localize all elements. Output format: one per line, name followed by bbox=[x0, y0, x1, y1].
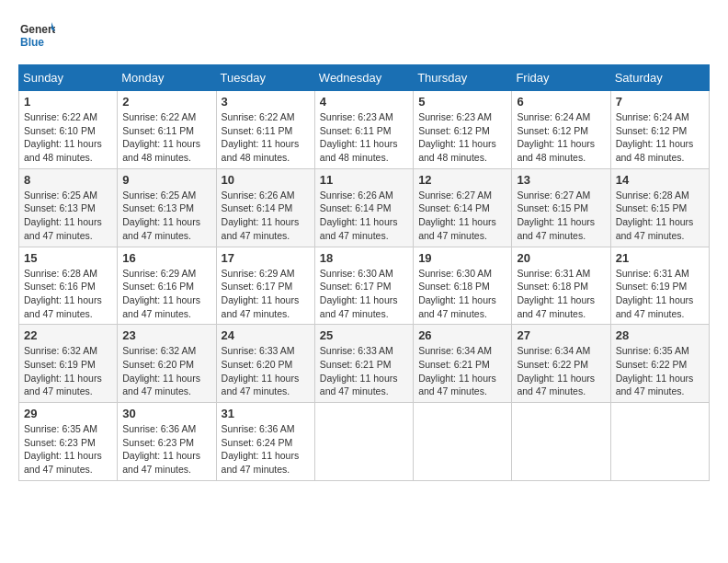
day-info: Sunrise: 6:29 AMSunset: 6:16 PMDaylight:… bbox=[122, 267, 210, 321]
calendar-cell: 25Sunrise: 6:33 AMSunset: 6:21 PMDayligh… bbox=[314, 325, 413, 403]
day-number: 7 bbox=[616, 95, 704, 109]
day-number: 18 bbox=[320, 251, 408, 265]
day-info: Sunrise: 6:28 AMSunset: 6:15 PMDaylight:… bbox=[616, 189, 704, 243]
day-info: Sunrise: 6:24 AMSunset: 6:12 PMDaylight:… bbox=[517, 110, 605, 165]
calendar-cell: 6Sunrise: 6:24 AMSunset: 6:12 PMDaylight… bbox=[512, 91, 610, 169]
day-info: Sunrise: 6:24 AMSunset: 6:12 PMDaylight:… bbox=[616, 110, 704, 165]
calendar-cell: 7Sunrise: 6:24 AMSunset: 6:12 PMDaylight… bbox=[610, 91, 709, 169]
logo: General Blue bbox=[18, 18, 55, 55]
day-number: 6 bbox=[517, 95, 605, 109]
day-info: Sunrise: 6:30 AMSunset: 6:17 PMDaylight:… bbox=[320, 267, 408, 321]
day-info: Sunrise: 6:32 AMSunset: 6:19 PMDaylight:… bbox=[24, 344, 112, 398]
svg-text:Blue: Blue bbox=[20, 36, 44, 49]
day-info: Sunrise: 6:25 AMSunset: 6:13 PMDaylight:… bbox=[122, 189, 210, 243]
day-number: 29 bbox=[24, 407, 112, 420]
day-info: Sunrise: 6:23 AMSunset: 6:12 PMDaylight:… bbox=[418, 110, 506, 165]
calendar-cell: 12Sunrise: 6:27 AMSunset: 6:14 PMDayligh… bbox=[414, 168, 512, 247]
day-number: 23 bbox=[122, 328, 210, 342]
day-number: 21 bbox=[616, 251, 704, 265]
calendar-cell: 28Sunrise: 6:35 AMSunset: 6:22 PMDayligh… bbox=[610, 325, 709, 403]
day-info: Sunrise: 6:26 AMSunset: 6:14 PMDaylight:… bbox=[222, 189, 310, 243]
day-number: 5 bbox=[418, 95, 506, 109]
header: General Blue bbox=[18, 18, 710, 55]
calendar-table: SundayMondayTuesdayWednesdayThursdayFrid… bbox=[18, 64, 710, 481]
calendar-cell: 15Sunrise: 6:28 AMSunset: 6:16 PMDayligh… bbox=[19, 247, 118, 325]
svg-text:General: General bbox=[20, 23, 55, 36]
calendar-cell: 4Sunrise: 6:23 AMSunset: 6:11 PMDaylight… bbox=[314, 91, 413, 169]
calendar-cell bbox=[610, 403, 709, 481]
day-number: 20 bbox=[517, 251, 605, 265]
day-number: 1 bbox=[24, 95, 112, 109]
day-number: 14 bbox=[616, 173, 704, 187]
day-number: 17 bbox=[222, 251, 310, 265]
calendar-week-1: 1Sunrise: 6:22 AMSunset: 6:10 PMDaylight… bbox=[19, 91, 710, 169]
weekday-header-monday: Monday bbox=[118, 65, 216, 91]
day-number: 4 bbox=[320, 95, 408, 109]
day-info: Sunrise: 6:34 AMSunset: 6:22 PMDaylight:… bbox=[517, 344, 605, 398]
calendar-cell: 27Sunrise: 6:34 AMSunset: 6:22 PMDayligh… bbox=[512, 325, 610, 403]
day-number: 30 bbox=[122, 407, 210, 420]
logo-container: General Blue bbox=[18, 18, 55, 55]
day-number: 8 bbox=[24, 173, 112, 187]
calendar-cell: 8Sunrise: 6:25 AMSunset: 6:13 PMDaylight… bbox=[19, 168, 118, 247]
day-number: 15 bbox=[24, 251, 112, 265]
day-number: 16 bbox=[122, 251, 210, 265]
day-info: Sunrise: 6:22 AMSunset: 6:11 PMDaylight:… bbox=[122, 110, 210, 165]
day-info: Sunrise: 6:30 AMSunset: 6:18 PMDaylight:… bbox=[418, 267, 506, 321]
day-info: Sunrise: 6:26 AMSunset: 6:14 PMDaylight:… bbox=[320, 189, 408, 243]
calendar-cell: 14Sunrise: 6:28 AMSunset: 6:15 PMDayligh… bbox=[610, 168, 709, 247]
weekday-header-tuesday: Tuesday bbox=[216, 65, 314, 91]
day-info: Sunrise: 6:35 AMSunset: 6:23 PMDaylight:… bbox=[24, 422, 112, 477]
day-number: 22 bbox=[24, 328, 112, 342]
day-number: 13 bbox=[517, 173, 605, 187]
calendar-cell: 29Sunrise: 6:35 AMSunset: 6:23 PMDayligh… bbox=[19, 403, 118, 481]
day-info: Sunrise: 6:28 AMSunset: 6:16 PMDaylight:… bbox=[24, 267, 112, 321]
day-info: Sunrise: 6:36 AMSunset: 6:23 PMDaylight:… bbox=[122, 422, 210, 477]
day-number: 3 bbox=[222, 95, 310, 109]
day-info: Sunrise: 6:25 AMSunset: 6:13 PMDaylight:… bbox=[24, 189, 112, 243]
weekday-header-sunday: Sunday bbox=[19, 65, 118, 91]
day-info: Sunrise: 6:35 AMSunset: 6:22 PMDaylight:… bbox=[616, 344, 704, 398]
logo-graphic: General Blue bbox=[18, 18, 55, 55]
day-number: 26 bbox=[418, 328, 506, 342]
day-number: 25 bbox=[320, 328, 408, 342]
day-number: 24 bbox=[222, 328, 310, 342]
calendar-cell: 23Sunrise: 6:32 AMSunset: 6:20 PMDayligh… bbox=[118, 325, 216, 403]
calendar-week-5: 29Sunrise: 6:35 AMSunset: 6:23 PMDayligh… bbox=[19, 403, 710, 481]
day-number: 31 bbox=[222, 407, 310, 420]
day-number: 28 bbox=[616, 328, 704, 342]
calendar-cell: 20Sunrise: 6:31 AMSunset: 6:18 PMDayligh… bbox=[512, 247, 610, 325]
day-number: 12 bbox=[418, 173, 506, 187]
weekday-header-friday: Friday bbox=[512, 65, 610, 91]
calendar-cell bbox=[314, 403, 413, 481]
calendar-cell: 30Sunrise: 6:36 AMSunset: 6:23 PMDayligh… bbox=[118, 403, 216, 481]
calendar-cell bbox=[414, 403, 512, 481]
calendar-cell bbox=[512, 403, 610, 481]
day-info: Sunrise: 6:22 AMSunset: 6:10 PMDaylight:… bbox=[24, 110, 112, 165]
day-number: 2 bbox=[122, 95, 210, 109]
calendar-cell: 5Sunrise: 6:23 AMSunset: 6:12 PMDaylight… bbox=[414, 91, 512, 169]
weekday-header-saturday: Saturday bbox=[610, 65, 709, 91]
calendar-cell: 31Sunrise: 6:36 AMSunset: 6:24 PMDayligh… bbox=[216, 403, 314, 481]
day-info: Sunrise: 6:31 AMSunset: 6:18 PMDaylight:… bbox=[517, 267, 605, 321]
weekday-header-row: SundayMondayTuesdayWednesdayThursdayFrid… bbox=[19, 65, 710, 91]
calendar-cell: 9Sunrise: 6:25 AMSunset: 6:13 PMDaylight… bbox=[118, 168, 216, 247]
weekday-header-thursday: Thursday bbox=[414, 65, 512, 91]
calendar-cell: 1Sunrise: 6:22 AMSunset: 6:10 PMDaylight… bbox=[19, 91, 118, 169]
day-info: Sunrise: 6:34 AMSunset: 6:21 PMDaylight:… bbox=[418, 344, 506, 398]
day-info: Sunrise: 6:27 AMSunset: 6:15 PMDaylight:… bbox=[517, 189, 605, 243]
calendar-cell: 24Sunrise: 6:33 AMSunset: 6:20 PMDayligh… bbox=[216, 325, 314, 403]
calendar-cell: 13Sunrise: 6:27 AMSunset: 6:15 PMDayligh… bbox=[512, 168, 610, 247]
day-number: 9 bbox=[122, 173, 210, 187]
day-info: Sunrise: 6:31 AMSunset: 6:19 PMDaylight:… bbox=[616, 267, 704, 321]
calendar-cell: 22Sunrise: 6:32 AMSunset: 6:19 PMDayligh… bbox=[19, 325, 118, 403]
day-info: Sunrise: 6:27 AMSunset: 6:14 PMDaylight:… bbox=[418, 189, 506, 243]
calendar-cell: 17Sunrise: 6:29 AMSunset: 6:17 PMDayligh… bbox=[216, 247, 314, 325]
day-info: Sunrise: 6:32 AMSunset: 6:20 PMDaylight:… bbox=[122, 344, 210, 398]
day-info: Sunrise: 6:36 AMSunset: 6:24 PMDaylight:… bbox=[222, 422, 310, 477]
calendar-cell: 16Sunrise: 6:29 AMSunset: 6:16 PMDayligh… bbox=[118, 247, 216, 325]
day-number: 27 bbox=[517, 328, 605, 342]
calendar-cell: 19Sunrise: 6:30 AMSunset: 6:18 PMDayligh… bbox=[414, 247, 512, 325]
calendar-cell: 10Sunrise: 6:26 AMSunset: 6:14 PMDayligh… bbox=[216, 168, 314, 247]
calendar-cell: 2Sunrise: 6:22 AMSunset: 6:11 PMDaylight… bbox=[118, 91, 216, 169]
